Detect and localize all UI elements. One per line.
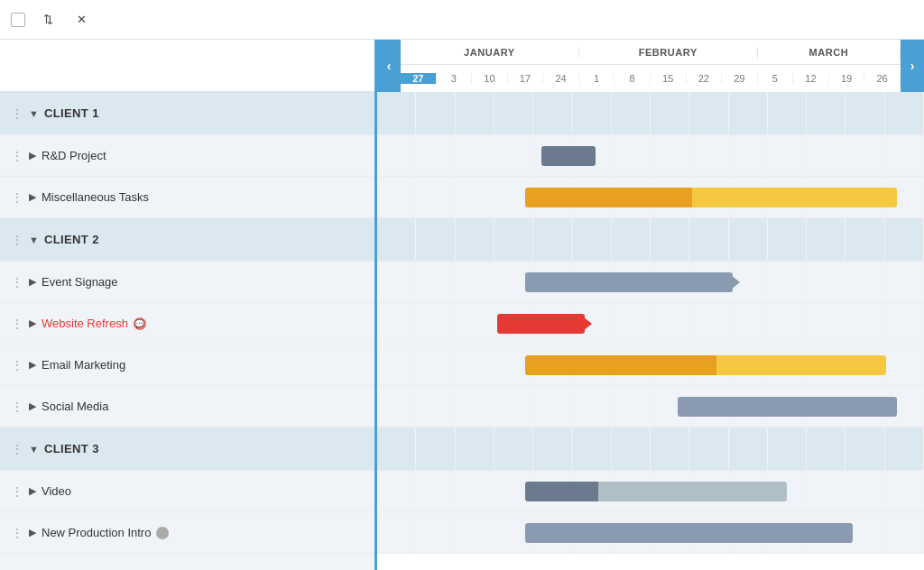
- task-row-chart: [377, 386, 924, 428]
- gantt-bar[interactable]: [525, 272, 733, 292]
- gantt-bar[interactable]: [525, 188, 897, 207]
- collapse-button[interactable]: ✕: [69, 9, 97, 30]
- task-left-cell: ⋮ ▶ New Production Intro: [0, 512, 377, 553]
- gantt-bar[interactable]: [525, 523, 854, 543]
- task-left-cell: ⋮ ▶ Website Refresh💬: [0, 303, 377, 344]
- date-cell: 5: [758, 73, 794, 84]
- task-label: Social Media: [42, 400, 108, 413]
- task-label: Website Refresh: [42, 317, 128, 330]
- date-cell: 29: [722, 73, 758, 84]
- date-cell: 10: [472, 73, 508, 84]
- client-left-cell: ⋮ ▼ CLIENT 1: [0, 92, 377, 134]
- date-cell: 12: [793, 73, 829, 84]
- task-row: ⋮ ▶ Miscellaneous Tasks: [0, 177, 374, 218]
- task-row-chart: [377, 512, 924, 554]
- task-left-cell: ⋮ ▶ Email Marketing: [0, 345, 377, 385]
- drag-handle-icon: ⋮: [11, 358, 23, 372]
- task-label: Miscellaneous Tasks: [42, 190, 149, 204]
- gantt-bar[interactable]: [525, 482, 788, 501]
- drag-handle-icon: ⋮: [11, 233, 23, 247]
- collapse-icon: ✕: [77, 13, 87, 26]
- toolbar: ⇅ ✕: [0, 0, 924, 40]
- date-cell: 15: [651, 73, 687, 84]
- client-right-cell: [377, 218, 924, 261]
- task-label: R&D Project: [42, 149, 106, 162]
- task-expand-icon[interactable]: ▶: [29, 317, 36, 329]
- task-left-cell: ⋮ ▶ Social Media: [0, 386, 377, 427]
- drag-handle-icon: ⋮: [11, 190, 23, 205]
- gantt-container: ⇅ ✕ ⋮ ▼ CLIENT 1 ⋮ ▶ R&D Project: [0, 0, 924, 570]
- task-expand-icon[interactable]: ▶: [29, 276, 36, 288]
- chart-header-inner: JANUARYFEBRUARYMARCH 2731017241815222951…: [401, 40, 901, 92]
- task-left-cell: ⋮ ▶ Miscellaneous Tasks: [0, 177, 377, 217]
- task-expand-icon[interactable]: ▶: [29, 527, 36, 538]
- gantt-bar[interactable]: [541, 146, 596, 166]
- task-left-cell: ⋮ ▶ Event Signage: [0, 262, 377, 302]
- left-header: [0, 40, 374, 92]
- task-expand-icon[interactable]: ▶: [29, 191, 36, 203]
- task-label: Video: [42, 484, 71, 498]
- task-row: ⋮ ▶ Event Signage: [0, 262, 374, 303]
- select-all-checkbox[interactable]: [11, 13, 25, 27]
- drag-handle-icon: ⋮: [11, 400, 23, 414]
- task-row: ⋮ ▶ R&D Project: [0, 135, 374, 177]
- date-cell: 1: [579, 73, 615, 84]
- task-right-cell: [377, 471, 924, 511]
- drag-handle-icon: ⋮: [11, 275, 23, 290]
- gantt-bar[interactable]: [497, 314, 585, 334]
- nav-left-arrow[interactable]: ‹: [377, 40, 401, 92]
- task-right-cell: [377, 262, 924, 302]
- client-label: CLIENT 1: [44, 106, 99, 120]
- task-expand-icon[interactable]: ▶: [29, 485, 36, 497]
- drag-handle-icon: ⋮: [11, 442, 23, 456]
- task-row: ⋮ ▶ Email Marketing: [0, 345, 374, 386]
- month-cell: MARCH: [758, 47, 901, 58]
- task-left-cell: ⋮ ▶ R&D Project: [0, 135, 377, 176]
- task-right-cell: [377, 512, 924, 553]
- chart-header: ‹ JANUARYFEBRUARYMARCH 27310172418152229…: [377, 40, 924, 92]
- projects-button[interactable]: [103, 16, 121, 23]
- dates-row: 273101724181522295121926: [401, 65, 901, 91]
- task-row-chart: [377, 177, 924, 218]
- task-expand-icon[interactable]: ▶: [29, 359, 36, 371]
- task-label: Email Marketing: [42, 358, 125, 372]
- client-row-chart: [377, 92, 924, 135]
- client-left-cell: ⋮ ▼ CLIENT 3: [0, 428, 377, 470]
- expand-arrow-icon[interactable]: ▼: [29, 444, 39, 455]
- task-right-cell: [377, 135, 924, 176]
- date-cell: 26: [864, 73, 901, 84]
- date-cell: 3: [437, 73, 473, 84]
- date-cell: 22: [687, 73, 723, 84]
- task-left-cell: ⋮ ▶ Video: [0, 471, 377, 511]
- client-right-cell: [377, 428, 924, 470]
- expand-icon: ⇅: [43, 13, 53, 26]
- client-row-chart: [377, 428, 924, 471]
- date-cell: 24: [543, 73, 579, 84]
- task-expand-icon[interactable]: ▶: [29, 150, 36, 161]
- task-expand-icon[interactable]: ▶: [29, 400, 36, 412]
- task-row: ⋮ ▶ Video: [0, 471, 374, 512]
- client-row: ⋮ ▼ CLIENT 3: [0, 428, 374, 471]
- gantt-bar[interactable]: [525, 355, 886, 375]
- task-label: New Production Intro: [42, 526, 151, 539]
- task-label: Event Signage: [42, 275, 118, 289]
- client-row: ⋮ ▼ CLIENT 1: [0, 92, 374, 135]
- client-label: CLIENT 3: [44, 442, 99, 455]
- nav-right-arrow[interactable]: ›: [901, 40, 924, 92]
- gantt-bar[interactable]: [678, 397, 896, 417]
- left-panel: ⋮ ▼ CLIENT 1 ⋮ ▶ R&D Project ⋮ ▶ Miscell…: [0, 40, 377, 570]
- drag-handle-icon: ⋮: [11, 149, 23, 163]
- client-label: CLIENT 2: [44, 233, 99, 246]
- client-right-cell: [377, 92, 924, 134]
- task-row-chart: [377, 262, 924, 303]
- task-row-chart: [377, 303, 924, 345]
- month-cell: FEBRUARY: [579, 47, 758, 58]
- comment-badge-gray: [156, 527, 169, 539]
- expand-button[interactable]: ⇅: [36, 9, 64, 30]
- expand-arrow-icon[interactable]: ▼: [29, 234, 39, 245]
- task-right-cell: [377, 345, 924, 385]
- drag-handle-icon: ⋮: [11, 317, 23, 331]
- drag-handle-icon: ⋮: [11, 106, 23, 121]
- date-cell: 19: [829, 73, 865, 84]
- expand-arrow-icon[interactable]: ▼: [29, 108, 39, 119]
